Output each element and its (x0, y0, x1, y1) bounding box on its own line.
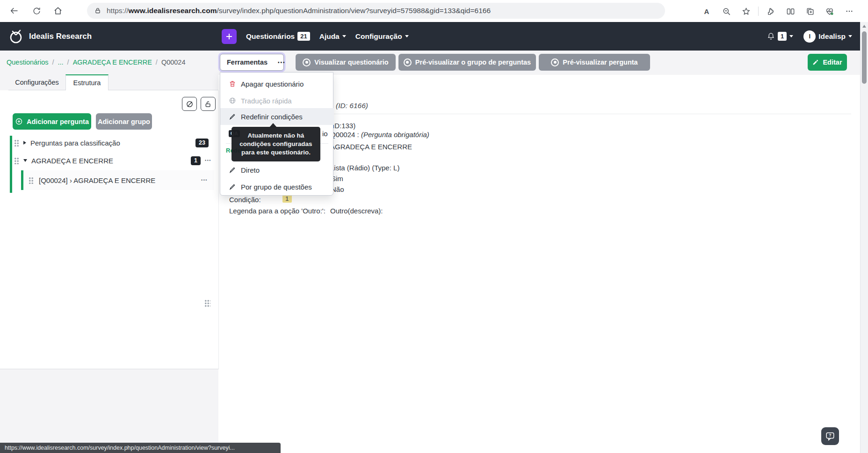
puzzle-icon (767, 7, 775, 16)
tab-structure[interactable]: Estrutura (65, 74, 108, 90)
menu-item-by-group[interactable]: Por grupo de questões (220, 178, 334, 195)
menu-item-direct[interactable]: Direto (220, 161, 334, 178)
drag-handle-icon[interactable] (29, 177, 34, 184)
app-navbar: Idealis Research Questionários 21 Ajuda … (0, 22, 868, 51)
panel-resize-handle[interactable] (204, 300, 210, 307)
scroll-up-arrow-icon[interactable] (862, 25, 866, 28)
row-menu-icon[interactable]: ••• (205, 158, 211, 163)
preview-icon (551, 58, 559, 66)
refresh-icon (32, 7, 41, 15)
caret-down-icon[interactable] (23, 159, 27, 162)
menu-item-reset-conditions-label: Redefinir condições (241, 113, 303, 121)
summary-mandatory: (Pergunta obrigatória) (361, 131, 429, 139)
tab-settings[interactable]: Configurações (8, 74, 65, 90)
nav-surveys[interactable]: Questionários 21 (246, 32, 310, 41)
drag-handle-icon[interactable] (14, 139, 19, 146)
slash-circle-icon (186, 100, 194, 108)
group-label[interactable]: Perguntas para classificação (30, 139, 120, 147)
group-row[interactable]: AGRADEÇA E ENCERRE 1 ••• (14, 154, 214, 167)
breadcrumb-current: Q00024 (161, 58, 186, 66)
preview-group-button[interactable]: Pré-visualizar o grupo de perguntas (398, 54, 536, 71)
breadcrumb-surveys[interactable]: Questionários (7, 58, 48, 66)
caret-right-icon[interactable] (23, 141, 26, 145)
plus-circle-icon (15, 117, 23, 125)
browser-home-button[interactable] (51, 3, 65, 18)
summary-question-type: Lista (Rádio) (Type: L) (330, 164, 399, 172)
read-aloud-button[interactable]: A (699, 4, 714, 19)
brand-logo-icon (7, 28, 24, 45)
page: https://www.idealisresearch.com/survey/i… (0, 0, 868, 453)
nav-help-label: Ajuda (319, 32, 340, 41)
question-label[interactable]: [Q00024] › AGRADEÇA E ENCERRE (39, 176, 155, 184)
help-chat-button[interactable]: ? (821, 427, 839, 445)
add-group-button[interactable]: Adicionar grupo (96, 113, 152, 130)
preview-question-button[interactable]: Pré-visualizar pergunta (539, 54, 650, 71)
nav-surveys-label: Questionários (246, 32, 295, 41)
condition-label: Condição: (229, 196, 261, 204)
collections-add-icon (806, 7, 815, 16)
group-row[interactable]: Perguntas para classificação 23 (14, 137, 214, 149)
breadcrumb: Questionários / ... / AGRADEÇA E ENCERRE… (7, 58, 185, 66)
edit-button[interactable]: Editar (808, 54, 847, 71)
tooltip-line: para este questionário. (241, 148, 311, 157)
conditions-tooltip: Atualmente não há condições configuradas… (231, 127, 320, 161)
group-label[interactable]: AGRADEÇA E ENCERRE (31, 157, 113, 165)
user-menu[interactable]: I Idealisp (803, 30, 852, 43)
lock-toggle-button[interactable] (201, 97, 216, 111)
nav-help[interactable]: Ajuda (319, 32, 346, 41)
browser-refresh-button[interactable] (29, 3, 44, 18)
extensions-button[interactable] (763, 4, 778, 19)
other-option-value: Outro(descreva): (330, 207, 383, 215)
notifications-menu[interactable]: 1 (767, 32, 793, 41)
nav-configuration[interactable]: Configuração (355, 32, 409, 41)
address-bar[interactable]: https://www.idealisresearch.com/survey/i… (87, 3, 665, 19)
toolbar-separator (758, 7, 759, 16)
page-scrollbar[interactable] (860, 22, 868, 453)
toggle-conditions-button[interactable] (182, 97, 197, 111)
heart-pulse-icon (825, 7, 834, 16)
url-scheme: https:// (107, 7, 129, 15)
summary-heading-id: (ID: 6166) (336, 102, 368, 110)
url-text[interactable]: https://www.idealisresearch.com/survey/i… (107, 7, 491, 15)
browser-toolbar: https://www.idealisresearch.com/survey/i… (0, 0, 868, 22)
nav-configuration-label: Configuração (355, 32, 402, 41)
preview-survey-button[interactable]: Visualizar questionário (296, 54, 396, 71)
structure-accent-bar (10, 136, 12, 193)
menu-item-survey-logic-fragment: io (322, 130, 328, 138)
preview-icon (404, 58, 412, 66)
tools-button[interactable]: Ferramentas ••• (220, 54, 284, 71)
split-screen-icon (786, 7, 795, 16)
drag-handle-icon[interactable] (14, 157, 19, 164)
menu-item-translate[interactable]: Tradução rápida (220, 92, 334, 109)
add-question-button[interactable]: Adicionar pergunta (13, 113, 91, 130)
breadcrumb-separator: / (52, 58, 54, 66)
breadcrumb-separator: / (156, 58, 158, 66)
browser-menu-button[interactable] (842, 4, 857, 19)
split-screen-button[interactable] (783, 4, 798, 19)
tooltip-line: Atualmente não há (248, 132, 304, 140)
preview-group-label: Pré-visualizar o grupo de perguntas (415, 58, 531, 66)
preview-question-label: Pré-visualizar pergunta (563, 58, 637, 66)
browser-back-button[interactable] (7, 3, 22, 18)
selected-question-accent (21, 170, 23, 190)
collections-button[interactable] (803, 4, 817, 19)
preview-icon (303, 58, 311, 66)
tab-bar-border (8, 90, 218, 90)
breadcrumb-ellipsis[interactable]: ... (58, 58, 64, 66)
breadcrumb-separator: / (67, 58, 69, 66)
arrow-left-icon (9, 6, 19, 15)
open-padlock-icon (204, 100, 212, 108)
condition-icon (229, 183, 236, 190)
question-row[interactable]: [Q00024] › AGRADEÇA E ENCERRE ••• (21, 170, 214, 190)
create-survey-button[interactable] (222, 29, 237, 44)
menu-item-delete[interactable]: Apagar questionário (220, 75, 334, 92)
row-menu-icon[interactable]: ••• (201, 178, 208, 183)
zoom-out-button[interactable] (719, 4, 734, 19)
browser-essentials-button[interactable] (822, 4, 837, 19)
scrollbar-thumb[interactable] (862, 31, 867, 84)
navbar-right: 1 I Idealisp (767, 22, 852, 51)
menu-item-reset-conditions[interactable]: Redefinir condições (220, 108, 334, 125)
favorites-button[interactable] (738, 4, 753, 19)
brand[interactable]: Idealis Research (7, 22, 92, 51)
breadcrumb-group[interactable]: AGRADEÇA E ENCERRE (73, 58, 152, 66)
